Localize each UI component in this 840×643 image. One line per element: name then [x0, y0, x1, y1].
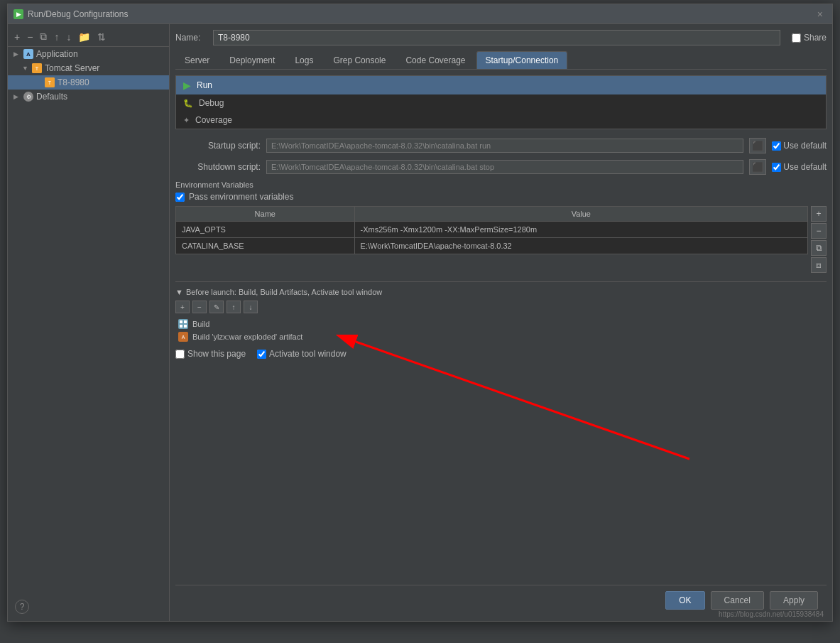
collapse-arrow[interactable]: ▼ — [175, 288, 183, 296]
activate-tool-row: Activate tool window — [257, 349, 347, 359]
name-row: Name: Share — [175, 30, 827, 45]
env-pass-row: Pass environment variables — [175, 192, 827, 202]
before-launch-section: ▼ Before launch: Build, Build Artifacts,… — [175, 281, 827, 359]
shutdown-use-default-checkbox[interactable] — [772, 163, 781, 172]
tree-arrow-tomcat: ▼ — [22, 65, 29, 72]
sidebar-item-tomcat-server[interactable]: ▼ T Tomcat Server — [8, 61, 169, 75]
launch-edit-button[interactable]: ✎ — [209, 301, 224, 313]
startup-use-default-checkbox[interactable] — [772, 141, 781, 151]
sort-button[interactable]: ⇅ — [95, 31, 108, 43]
launch-up-button[interactable]: ↑ — [227, 301, 241, 313]
run-icon: ▶ — [183, 80, 191, 91]
startup-use-default-row: Use default — [772, 141, 827, 151]
tab-startup-connection[interactable]: Startup/Connection — [476, 51, 568, 69]
env-remove-button[interactable]: − — [811, 223, 827, 239]
env-copy2-button[interactable]: ⧈ — [811, 257, 827, 273]
sidebar-item-t8-8980[interactable]: T T8-8980 — [8, 75, 169, 90]
env-row-java-opts[interactable]: JAVA_OPTS -Xms256m -Xmx1200m -XX:MaxPerm… — [176, 222, 808, 238]
env-toolbar: + − ⧉ ⧈ — [811, 206, 827, 273]
dialog-title: Run/Debug Configurations — [28, 9, 128, 19]
svg-text:T: T — [48, 80, 52, 85]
launch-toolbar: + − ✎ ↑ ↓ — [175, 301, 827, 313]
run-mode-coverage[interactable]: ✦ Coverage — [176, 112, 826, 129]
run-mode-run[interactable]: ▶ Run — [176, 76, 826, 94]
environment-variables-section: Environment Variables Pass environment v… — [175, 180, 827, 273]
remove-config-button[interactable]: − — [25, 31, 35, 43]
close-button[interactable]: × — [814, 7, 827, 21]
env-cell-catalina-base-name: CATALINA_BASE — [176, 238, 355, 254]
startup-script-label: Startup script: — [175, 141, 261, 151]
launch-add-button[interactable]: + — [175, 301, 190, 313]
dialog-content: + − ⧉ ↑ ↓ 📁 ⇅ ▶ A Application ▼ T — [8, 24, 832, 621]
startup-script-input[interactable] — [266, 139, 743, 153]
help-button[interactable]: ? — [15, 600, 29, 614]
tab-grep-console[interactable]: Grep Console — [324, 51, 395, 69]
tab-code-coverage[interactable]: Code Coverage — [396, 51, 474, 69]
env-copy1-button[interactable]: ⧉ — [811, 240, 827, 256]
move-down-button[interactable]: ↓ — [64, 31, 73, 43]
show-page-label: Show this page — [187, 349, 246, 359]
sidebar-toolbar: + − ⧉ ↑ ↓ 📁 ⇅ — [8, 27, 169, 47]
name-input[interactable] — [213, 30, 780, 45]
defaults-icon: ⚙ — [23, 92, 33, 102]
build-icon — [178, 319, 188, 329]
sidebar: + − ⧉ ↑ ↓ 📁 ⇅ ▶ A Application ▼ T — [8, 24, 170, 621]
folder-button[interactable]: 📁 — [76, 31, 92, 43]
run-debug-dialog: ▶ Run/Debug Configurations × + − ⧉ ↑ ↓ 📁… — [7, 4, 833, 622]
tab-server[interactable]: Server — [175, 51, 219, 69]
env-table-with-toolbar: Name Value JAVA_OPTS -Xms256m -Xmx1200m … — [175, 206, 827, 273]
launch-item-build[interactable]: Build — [175, 318, 827, 330]
sidebar-item-application[interactable]: ▶ A Application — [8, 47, 169, 61]
sidebar-item-defaults[interactable]: ▶ ⚙ Defaults — [8, 90, 169, 104]
svg-rect-5 — [184, 320, 187, 323]
env-section-header: Environment Variables — [175, 180, 827, 189]
env-add-button[interactable]: + — [811, 206, 827, 222]
launch-item-artifact-label: Build 'ylzx:war exploded' artifact — [192, 333, 302, 341]
launch-remove-button[interactable]: − — [192, 301, 207, 313]
share-label: Share — [804, 33, 827, 43]
shutdown-script-browse-button[interactable]: ⬛ — [749, 159, 766, 175]
startup-script-browse-button[interactable]: ⬛ — [749, 138, 766, 153]
share-checkbox[interactable] — [792, 33, 801, 43]
watermark: https://blog.csdn.net/u015938484 — [719, 610, 824, 618]
tomcat-icon: T — [32, 63, 42, 73]
env-row-catalina-base[interactable]: CATALINA_BASE E:\Work\TomcatIDEA\apache-… — [176, 238, 808, 254]
tab-logs[interactable]: Logs — [285, 51, 322, 69]
shutdown-use-default-row: Use default — [772, 162, 827, 172]
env-table-container: Name Value JAVA_OPTS -Xms256m -Xmx1200m … — [175, 206, 808, 273]
show-page-checkbox[interactable] — [175, 350, 185, 359]
launch-item-artifact[interactable]: A Build 'ylzx:war exploded' artifact — [175, 330, 827, 343]
env-cell-catalina-base-value: E:\Work\TomcatIDEA\apache-tomcat-8.0.32 — [354, 238, 807, 254]
tab-deployment[interactable]: Deployment — [220, 51, 284, 69]
main-panel: Name: Share Server Deployment Logs Grep … — [170, 24, 832, 621]
before-launch-label: Before launch: Build, Build Artifacts, A… — [186, 288, 382, 296]
pass-env-label: Pass environment variables — [189, 192, 293, 202]
shutdown-use-default-label: Use default — [783, 162, 827, 172]
debug-label: Debug — [199, 98, 224, 108]
title-bar: ▶ Run/Debug Configurations × — [8, 4, 832, 24]
apply-button[interactable]: Apply — [770, 591, 818, 610]
activate-tool-label: Activate tool window — [269, 349, 347, 359]
tabs-bar: Server Deployment Logs Grep Console Code… — [175, 51, 827, 70]
add-config-button[interactable]: + — [12, 31, 22, 43]
t8-icon: T — [45, 77, 55, 87]
coverage-label: Coverage — [195, 115, 232, 125]
run-mode-debug[interactable]: 🐛 Debug — [176, 94, 826, 112]
svg-rect-7 — [184, 325, 187, 328]
sidebar-item-defaults-label: Defaults — [36, 92, 67, 102]
cancel-button[interactable]: Cancel — [711, 591, 764, 610]
pass-env-checkbox[interactable] — [175, 193, 185, 202]
shutdown-script-input[interactable] — [266, 160, 743, 174]
copy-config-button[interactable]: ⧉ — [38, 30, 49, 43]
application-icon: A — [23, 49, 33, 59]
ok-button[interactable]: OK — [665, 591, 704, 610]
startup-use-default-label: Use default — [783, 141, 827, 151]
name-label: Name: — [175, 33, 207, 43]
launch-down-button[interactable]: ↓ — [244, 301, 258, 313]
run-label: Run — [197, 80, 212, 90]
env-table: Name Value JAVA_OPTS -Xms256m -Xmx1200m … — [175, 206, 808, 254]
svg-rect-6 — [180, 325, 182, 328]
activate-tool-checkbox[interactable] — [257, 350, 266, 359]
sidebar-item-application-label: Application — [36, 49, 78, 59]
move-up-button[interactable]: ↑ — [52, 31, 61, 43]
